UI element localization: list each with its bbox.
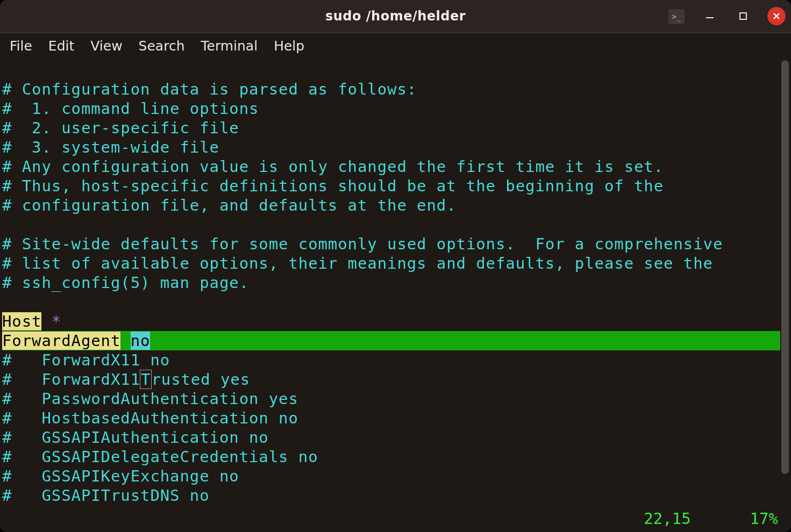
terminal-line: # ForwardX11 no: [2, 350, 780, 370]
menu-edit[interactable]: Edit: [46, 36, 88, 56]
terminal-line: # HostbasedAuthentication no: [2, 408, 780, 428]
terminal-viewport[interactable]: # Configuration data is parsed as follow…: [2, 60, 780, 529]
terminal-line: # Thus, host-specific definitions should…: [2, 176, 780, 196]
scrollbar[interactable]: [781, 60, 789, 474]
terminal-line: # ForwardX11Trusted yes: [2, 370, 780, 389]
minimize-button[interactable]: [701, 7, 719, 25]
terminal-line: # configuration file, and defaults at th…: [2, 196, 780, 215]
titlebar: sudo /home/helder: [0, 0, 791, 33]
terminal-line: ForwardAgent no: [2, 331, 780, 350]
terminal-line: [2, 292, 780, 312]
menu-file[interactable]: File: [8, 36, 46, 56]
menu-search[interactable]: Search: [137, 36, 199, 56]
terminal-line: # 1. command line options: [2, 99, 780, 118]
terminal-line: # GSSAPIDelegateCredentials no: [2, 447, 780, 466]
terminal-line: # Configuration data is parsed as follow…: [2, 80, 780, 99]
terminal-line: [2, 215, 780, 234]
status-bar: 22,15 17%: [644, 509, 778, 528]
menu-help[interactable]: Help: [272, 36, 318, 56]
maximize-button[interactable]: [734, 7, 752, 25]
minimize-icon: [705, 11, 715, 21]
terminal-line: # GSSAPITrustDNS no: [2, 486, 780, 505]
terminal-icon: [668, 9, 685, 24]
menubar: File Edit View Search Terminal Help: [0, 33, 791, 58]
terminal-line: # Any configuration value is only change…: [2, 157, 780, 176]
svg-rect-1: [740, 13, 746, 19]
close-button[interactable]: [767, 7, 786, 25]
terminal-content: # Configuration data is parsed as follow…: [2, 60, 780, 505]
terminal-line: # Site-wide defaults for some commonly u…: [2, 234, 780, 254]
menu-view[interactable]: View: [88, 36, 136, 56]
terminal-line: # 3. system-wide file: [2, 138, 780, 157]
window-controls: [701, 7, 786, 25]
scroll-percent: 17%: [750, 509, 778, 528]
cursor-position: 22,15: [644, 509, 690, 528]
terminal-line: # GSSAPIAuthentication no: [2, 428, 780, 447]
menu-terminal[interactable]: Terminal: [198, 36, 272, 56]
terminal-line: Host *: [2, 312, 780, 331]
terminal-line: # PasswordAuthentication yes: [2, 389, 780, 408]
close-icon: [772, 12, 781, 20]
terminal-window: sudo /home/helder File Edit View Search …: [0, 0, 791, 532]
terminal-line: # list of available options, their meani…: [2, 254, 780, 273]
terminal-line: # GSSAPIKeyExchange no: [2, 466, 780, 486]
terminal-line: # 2. user-specific file: [2, 118, 780, 138]
maximize-icon: [739, 12, 747, 20]
terminal-line: # ssh_config(5) man page.: [2, 273, 780, 292]
terminal-line: [2, 60, 780, 80]
